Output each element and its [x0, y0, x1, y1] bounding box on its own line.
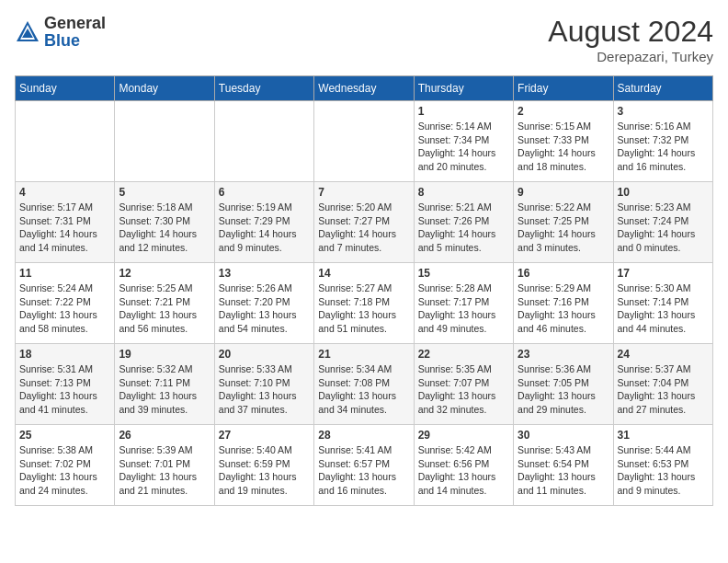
day-info: Sunrise: 5:29 AM Sunset: 7:16 PM Dayligh…: [518, 282, 609, 336]
day-number: 28: [318, 429, 409, 442]
day-info: Sunrise: 5:17 AM Sunset: 7:31 PM Dayligh…: [19, 201, 110, 255]
day-info: Sunrise: 5:39 AM Sunset: 7:01 PM Dayligh…: [119, 443, 210, 498]
day-number: 24: [618, 348, 709, 361]
day-info: Sunrise: 5:40 AM Sunset: 6:59 PM Dayligh…: [219, 443, 310, 498]
day-info: Sunrise: 5:35 AM Sunset: 7:07 PM Dayligh…: [418, 362, 509, 417]
day-header-sunday: Sunday: [16, 76, 115, 101]
calendar-cell: 4Sunrise: 5:17 AM Sunset: 7:31 PM Daylig…: [16, 182, 115, 263]
calendar-cell: 2Sunrise: 5:15 AM Sunset: 7:33 PM Daylig…: [514, 101, 613, 182]
day-number: 5: [119, 186, 210, 199]
calendar-cell: 15Sunrise: 5:28 AM Sunset: 7:17 PM Dayli…: [414, 263, 513, 344]
calendar-cell: 16Sunrise: 5:29 AM Sunset: 7:16 PM Dayli…: [514, 263, 613, 344]
day-info: Sunrise: 5:19 AM Sunset: 7:29 PM Dayligh…: [219, 201, 310, 255]
day-number: 22: [418, 348, 509, 361]
calendar-cell: 30Sunrise: 5:43 AM Sunset: 6:54 PM Dayli…: [514, 425, 613, 506]
day-number: 20: [219, 348, 310, 361]
calendar-cell: 29Sunrise: 5:42 AM Sunset: 6:56 PM Dayli…: [414, 425, 513, 506]
title-block: August 2024 Derepazari, Turkey: [548, 15, 713, 64]
day-header-tuesday: Tuesday: [214, 76, 313, 101]
day-number: 9: [518, 186, 609, 199]
day-header-saturday: Saturday: [613, 76, 712, 101]
calendar-cell: 6Sunrise: 5:19 AM Sunset: 7:29 PM Daylig…: [214, 182, 313, 263]
calendar-cell: 12Sunrise: 5:25 AM Sunset: 7:21 PM Dayli…: [115, 263, 214, 344]
calendar-week-row: 4Sunrise: 5:17 AM Sunset: 7:31 PM Daylig…: [16, 182, 713, 263]
day-info: Sunrise: 5:42 AM Sunset: 6:56 PM Dayligh…: [418, 443, 509, 498]
calendar-cell: 8Sunrise: 5:21 AM Sunset: 7:26 PM Daylig…: [414, 182, 513, 263]
calendar-cell: [16, 101, 115, 182]
day-header-friday: Friday: [514, 76, 613, 101]
calendar-cell: 28Sunrise: 5:41 AM Sunset: 6:57 PM Dayli…: [314, 425, 414, 506]
day-number: 11: [19, 267, 110, 280]
calendar-cell: 7Sunrise: 5:20 AM Sunset: 7:27 PM Daylig…: [314, 182, 414, 263]
calendar-cell: 22Sunrise: 5:35 AM Sunset: 7:07 PM Dayli…: [414, 344, 513, 425]
day-info: Sunrise: 5:21 AM Sunset: 7:26 PM Dayligh…: [418, 201, 509, 255]
day-header-thursday: Thursday: [414, 76, 513, 101]
calendar-cell: 1Sunrise: 5:14 AM Sunset: 7:34 PM Daylig…: [414, 101, 513, 182]
day-info: Sunrise: 5:23 AM Sunset: 7:24 PM Dayligh…: [618, 201, 709, 255]
calendar-cell: 17Sunrise: 5:30 AM Sunset: 7:14 PM Dayli…: [613, 263, 712, 344]
calendar-cell: 25Sunrise: 5:38 AM Sunset: 7:02 PM Dayli…: [16, 425, 115, 506]
day-info: Sunrise: 5:20 AM Sunset: 7:27 PM Dayligh…: [318, 201, 409, 255]
day-info: Sunrise: 5:31 AM Sunset: 7:13 PM Dayligh…: [19, 362, 110, 417]
day-info: Sunrise: 5:28 AM Sunset: 7:17 PM Dayligh…: [418, 282, 509, 336]
calendar-cell: 20Sunrise: 5:33 AM Sunset: 7:10 PM Dayli…: [214, 344, 313, 425]
calendar-cell: 10Sunrise: 5:23 AM Sunset: 7:24 PM Dayli…: [613, 182, 712, 263]
day-number: 21: [318, 348, 409, 361]
day-number: 18: [19, 348, 110, 361]
calendar-cell: 9Sunrise: 5:22 AM Sunset: 7:25 PM Daylig…: [514, 182, 613, 263]
day-info: Sunrise: 5:14 AM Sunset: 7:34 PM Dayligh…: [418, 120, 509, 174]
day-number: 30: [518, 429, 609, 442]
day-info: Sunrise: 5:32 AM Sunset: 7:11 PM Dayligh…: [119, 362, 210, 417]
calendar-cell: 23Sunrise: 5:36 AM Sunset: 7:05 PM Dayli…: [514, 344, 613, 425]
day-number: 12: [119, 267, 210, 280]
day-info: Sunrise: 5:33 AM Sunset: 7:10 PM Dayligh…: [219, 362, 310, 417]
calendar-cell: [115, 101, 214, 182]
calendar-cell: 27Sunrise: 5:40 AM Sunset: 6:59 PM Dayli…: [214, 425, 313, 506]
day-info: Sunrise: 5:27 AM Sunset: 7:18 PM Dayligh…: [318, 282, 409, 336]
day-number: 3: [618, 105, 709, 118]
location: Derepazari, Turkey: [548, 49, 713, 64]
calendar-cell: 21Sunrise: 5:34 AM Sunset: 7:08 PM Dayli…: [314, 344, 414, 425]
day-number: 27: [219, 429, 310, 442]
logo-icon: [15, 19, 40, 45]
day-number: 26: [119, 429, 210, 442]
day-number: 6: [219, 186, 310, 199]
calendar-week-row: 25Sunrise: 5:38 AM Sunset: 7:02 PM Dayli…: [16, 425, 713, 506]
day-info: Sunrise: 5:25 AM Sunset: 7:21 PM Dayligh…: [119, 282, 210, 336]
calendar-cell: 5Sunrise: 5:18 AM Sunset: 7:30 PM Daylig…: [115, 182, 214, 263]
logo-general: General: [44, 14, 106, 32]
day-number: 8: [418, 186, 509, 199]
day-number: 29: [418, 429, 509, 442]
day-info: Sunrise: 5:38 AM Sunset: 7:02 PM Dayligh…: [19, 443, 110, 498]
calendar-cell: [314, 101, 414, 182]
page-header: General Blue August 2024 Derepazari, Tur…: [15, 15, 713, 64]
day-number: 16: [518, 267, 609, 280]
logo-blue: Blue: [44, 31, 80, 50]
day-info: Sunrise: 5:26 AM Sunset: 7:20 PM Dayligh…: [219, 282, 310, 336]
day-info: Sunrise: 5:44 AM Sunset: 6:53 PM Dayligh…: [618, 443, 709, 498]
calendar-cell: 14Sunrise: 5:27 AM Sunset: 7:18 PM Dayli…: [314, 263, 414, 344]
calendar-cell: 13Sunrise: 5:26 AM Sunset: 7:20 PM Dayli…: [214, 263, 313, 344]
day-info: Sunrise: 5:24 AM Sunset: 7:22 PM Dayligh…: [19, 282, 110, 336]
day-number: 10: [618, 186, 709, 199]
calendar-cell: 19Sunrise: 5:32 AM Sunset: 7:11 PM Dayli…: [115, 344, 214, 425]
day-info: Sunrise: 5:30 AM Sunset: 7:14 PM Dayligh…: [618, 282, 709, 336]
calendar-cell: 26Sunrise: 5:39 AM Sunset: 7:01 PM Dayli…: [115, 425, 214, 506]
day-info: Sunrise: 5:15 AM Sunset: 7:33 PM Dayligh…: [518, 120, 609, 174]
calendar-cell: 24Sunrise: 5:37 AM Sunset: 7:04 PM Dayli…: [613, 344, 712, 425]
calendar-cell: 11Sunrise: 5:24 AM Sunset: 7:22 PM Dayli…: [16, 263, 115, 344]
day-info: Sunrise: 5:37 AM Sunset: 7:04 PM Dayligh…: [618, 362, 709, 417]
month-year: August 2024: [548, 15, 713, 49]
day-info: Sunrise: 5:43 AM Sunset: 6:54 PM Dayligh…: [518, 443, 609, 498]
day-number: 23: [518, 348, 609, 361]
calendar-header-row: SundayMondayTuesdayWednesdayThursdayFrid…: [16, 76, 713, 101]
day-number: 17: [618, 267, 709, 280]
day-info: Sunrise: 5:36 AM Sunset: 7:05 PM Dayligh…: [518, 362, 609, 417]
calendar-cell: 31Sunrise: 5:44 AM Sunset: 6:53 PM Dayli…: [613, 425, 712, 506]
day-number: 19: [119, 348, 210, 361]
day-info: Sunrise: 5:41 AM Sunset: 6:57 PM Dayligh…: [318, 443, 409, 498]
day-number: 4: [19, 186, 110, 199]
day-number: 1: [418, 105, 509, 118]
day-number: 13: [219, 267, 310, 280]
calendar-week-row: 1Sunrise: 5:14 AM Sunset: 7:34 PM Daylig…: [16, 101, 713, 182]
